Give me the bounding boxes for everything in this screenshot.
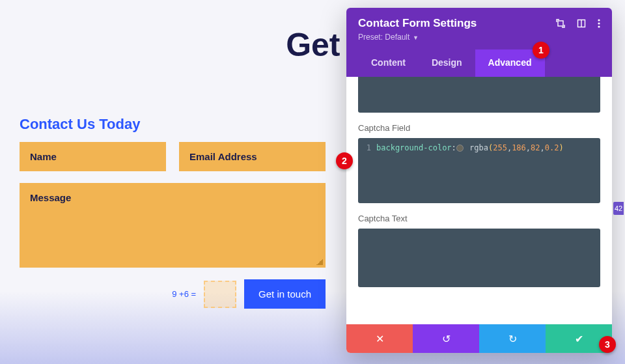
redo-icon: ↻ [508, 333, 517, 345]
settings-panel: Contact Form Settings Preset: Default ▼ [346, 8, 612, 353]
panel-header-icons [556, 19, 600, 28]
tab-content[interactable]: Content [358, 49, 419, 77]
code-editor-captcha-text[interactable] [358, 229, 600, 287]
floating-tag: 42 [613, 202, 624, 215]
page-root: Get in Contact Us Today Name Email Addre… [0, 0, 625, 364]
tab-design[interactable]: Design [419, 49, 475, 77]
svg-point-5 [598, 25, 600, 27]
captcha-input[interactable] [204, 281, 236, 308]
panel-header: Contact Form Settings Preset: Default ▼ [346, 8, 612, 77]
chevron-down-icon: ▼ [411, 35, 418, 41]
cancel-button[interactable]: ✕ [346, 324, 413, 353]
code-tokens: background-color: rgba(255,186,82,0.2) [376, 143, 564, 152]
tabs: Content Design Advanced [358, 49, 600, 77]
preset-row[interactable]: Preset: Default ▼ [358, 33, 600, 42]
svg-point-4 [598, 22, 600, 24]
annotation-badge-1: 1 [533, 42, 549, 59]
css-property: background-color [376, 143, 452, 152]
email-field[interactable]: Email Address [179, 142, 326, 171]
css-func: rgba [469, 143, 488, 152]
line-number: 1 [365, 143, 371, 152]
code-editor-captcha-field[interactable]: 1 background-color: rgba(255,186,82,0.2) [358, 138, 600, 203]
panel-scroll[interactable]: Captcha Field 1 background-color: rgba(2… [346, 77, 612, 324]
svg-point-3 [598, 19, 600, 21]
message-wrap: Message [20, 183, 326, 268]
captcha-question: 9 +6 = [172, 289, 196, 299]
panel-footer: ✕ ↺ ↻ ✔ [346, 324, 612, 353]
code-editor-prev[interactable] [358, 77, 600, 113]
captcha-row: 9 +6 = Get in touch [20, 279, 326, 309]
close-icon: ✕ [376, 333, 384, 345]
name-field[interactable]: Name [20, 142, 166, 171]
submit-button[interactable]: Get in touch [244, 279, 326, 309]
panel-body: Captcha Field 1 background-color: rgba(2… [346, 77, 612, 324]
panel-title: Contact Form Settings [358, 17, 477, 30]
redo-button[interactable]: ↻ [479, 324, 546, 353]
section-captcha-text: Captcha Text [358, 214, 612, 223]
panel-title-row: Contact Form Settings [358, 17, 600, 30]
preset-label: Preset: Default [358, 33, 410, 42]
check-icon: ✔ [575, 333, 583, 345]
color-swatch-icon [456, 145, 464, 152]
section-captcha-field: Captcha Field [358, 123, 612, 133]
code-line: 1 background-color: rgba(255,186,82,0.2) [358, 138, 600, 158]
undo-icon: ↺ [442, 333, 451, 345]
expand-icon[interactable] [556, 19, 565, 28]
kebab-icon[interactable] [598, 19, 600, 28]
annotation-badge-3: 3 [599, 336, 616, 353]
undo-button[interactable]: ↺ [413, 324, 479, 353]
annotation-badge-2: 2 [336, 152, 353, 169]
message-field[interactable]: Message [20, 183, 326, 268]
svg-rect-0 [558, 21, 563, 26]
columns-icon[interactable] [577, 19, 586, 28]
